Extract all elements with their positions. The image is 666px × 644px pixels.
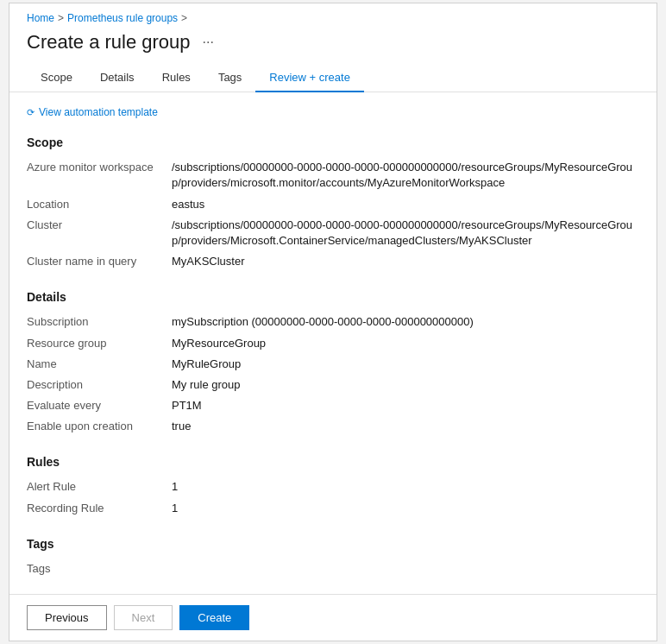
details-field-description: Description My rule group	[27, 377, 639, 393]
tab-review[interactable]: Review + create	[255, 64, 364, 92]
ellipsis-button[interactable]: ···	[198, 33, 219, 52]
scope-field-location: Location eastus	[27, 197, 639, 212]
scope-label-cluster: Cluster	[27, 218, 165, 249]
tab-scope[interactable]: Scope	[27, 64, 86, 92]
details-value-enable: true	[172, 419, 639, 434]
breadcrumb-prometheus[interactable]: Prometheus rule groups	[67, 12, 178, 24]
scope-label-cluster-query: Cluster name in query	[27, 254, 165, 269]
details-field-rg: Resource group MyResourceGroup	[27, 336, 639, 351]
rules-label-recording: Recording Rule	[27, 501, 165, 516]
previous-button[interactable]: Previous	[27, 605, 107, 630]
scope-field-cluster: Cluster /subscriptions/00000000-0000-000…	[27, 218, 639, 249]
main-window: Home > Prometheus rule groups > Create a…	[9, 3, 657, 641]
details-label-name: Name	[27, 357, 165, 372]
details-label-description: Description	[27, 377, 165, 393]
rules-field-recording: Recording Rule 1	[27, 501, 639, 516]
details-value-subscription: mySubscription (00000000-0000-0000-0000-…	[172, 314, 639, 330]
details-label-subscription: Subscription	[27, 314, 165, 330]
tab-tags[interactable]: Tags	[204, 64, 255, 92]
details-field-evaluate: Evaluate every PT1M	[27, 398, 639, 414]
details-value-evaluate: PT1M	[172, 398, 639, 414]
scope-value-location: eastus	[172, 197, 639, 212]
scope-field-cluster-query: Cluster name in query MyAKSCluster	[27, 254, 639, 269]
main-content: ⟳ View automation template Scope Azure m…	[9, 92, 657, 594]
page-title: Create a rule group	[27, 31, 191, 54]
breadcrumb-sep1: >	[58, 12, 64, 24]
details-label-rg: Resource group	[27, 336, 165, 351]
breadcrumb-home[interactable]: Home	[27, 12, 54, 24]
rules-value-recording: 1	[172, 501, 639, 516]
automation-template-label: View automation template	[39, 106, 158, 118]
details-label-enable: Enable upon creation	[27, 419, 165, 434]
scope-label-workspace: Azure monitor workspace	[27, 160, 165, 191]
scope-value-workspace: /subscriptions/00000000-0000-0000-0000-0…	[172, 160, 639, 191]
tags-section-title: Tags	[27, 537, 639, 551]
create-button[interactable]: Create	[179, 605, 249, 630]
details-field-enable: Enable upon creation true	[27, 419, 639, 434]
details-value-name: MyRuleGroup	[172, 357, 639, 372]
details-value-description: My rule group	[172, 377, 639, 393]
tab-rules[interactable]: Rules	[148, 64, 204, 92]
scope-section-title: Scope	[27, 136, 639, 149]
details-value-rg: MyResourceGroup	[172, 336, 639, 351]
next-button[interactable]: Next	[114, 605, 173, 630]
rules-section-title: Rules	[27, 455, 639, 469]
details-section-title: Details	[27, 290, 639, 304]
page-header: Create a rule group ···	[9, 28, 657, 64]
tags-value-tags	[172, 561, 639, 575]
tags-field-tags: Tags	[27, 561, 639, 575]
automation-icon: ⟳	[27, 107, 35, 118]
breadcrumb: Home > Prometheus rule groups >	[9, 3, 657, 28]
details-field-subscription: Subscription mySubscription (00000000-00…	[27, 314, 639, 330]
details-label-evaluate: Evaluate every	[27, 398, 165, 414]
scope-value-cluster-query: MyAKSCluster	[172, 254, 639, 269]
details-field-name: Name MyRuleGroup	[27, 357, 639, 372]
scope-label-location: Location	[27, 197, 165, 212]
tabs-bar: Scope Details Rules Tags Review + create	[9, 64, 657, 92]
tab-details[interactable]: Details	[86, 64, 148, 92]
automation-template-link[interactable]: ⟳ View automation template	[27, 106, 639, 118]
scope-value-cluster: /subscriptions/00000000-0000-0000-0000-0…	[172, 218, 639, 249]
rules-label-alert: Alert Rule	[27, 479, 165, 495]
rules-value-alert: 1	[172, 479, 639, 495]
footer: Previous Next Create	[9, 594, 657, 641]
rules-field-alert: Alert Rule 1	[27, 479, 639, 495]
scope-field-workspace: Azure monitor workspace /subscriptions/0…	[27, 160, 639, 191]
tags-label-tags: Tags	[27, 561, 165, 575]
breadcrumb-sep2: >	[181, 12, 187, 24]
